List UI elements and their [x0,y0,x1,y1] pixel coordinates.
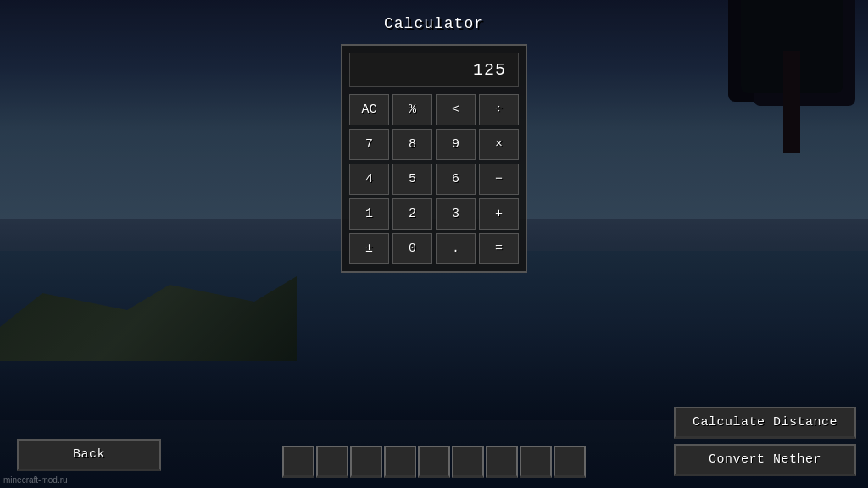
btn-9[interactable]: 9 [436,129,476,160]
btn-8[interactable]: 8 [392,129,432,160]
btn-divide[interactable]: ÷ [479,94,519,125]
hotbar-slot-2[interactable] [350,446,382,478]
hotbar-slot-8[interactable] [554,446,586,478]
btn-plus[interactable]: + [479,198,519,230]
btn-plusminus[interactable]: ± [349,233,389,264]
calculator-title: Calculator [384,15,484,32]
hotbar [282,446,586,478]
btn-1[interactable]: 1 [349,198,389,230]
btn-ac[interactable]: AC [349,94,389,125]
back-button[interactable]: Back [17,439,161,471]
btn-2[interactable]: 2 [392,198,432,230]
btn-multiply[interactable]: × [479,129,519,160]
hotbar-slot-6[interactable] [486,446,518,478]
calc-display: 125 [349,53,519,87]
convert-nether-button[interactable]: Convert Nether [674,444,856,476]
btn-6[interactable]: 6 [436,164,476,195]
hotbar-slot-4[interactable] [418,446,450,478]
btn-7[interactable]: 7 [349,129,389,160]
btn-percent[interactable]: % [392,94,432,125]
btn-5[interactable]: 5 [392,164,432,195]
calculate-distance-button[interactable]: Calculate Distance [674,407,856,439]
btn-4[interactable]: 4 [349,164,389,195]
calc-button-grid: AC%<÷789×456−123+±0.= [349,94,519,264]
btn-backspace[interactable]: < [436,94,476,125]
hotbar-slot-3[interactable] [384,446,416,478]
btn-3[interactable]: 3 [436,198,476,230]
bottom-right-buttons: Calculate Distance Convert Nether [674,407,856,476]
btn-equals[interactable]: = [479,233,519,264]
calculator-panel: 125 AC%<÷789×456−123+±0.= [341,44,527,273]
back-button-container: Back [17,439,161,471]
hotbar-slot-7[interactable] [520,446,552,478]
btn-0[interactable]: 0 [392,233,432,264]
hotbar-slot-1[interactable] [316,446,348,478]
hotbar-slot-5[interactable] [452,446,484,478]
hotbar-slot-0[interactable] [282,446,314,478]
btn-dot[interactable]: . [436,233,476,264]
btn-minus[interactable]: − [479,164,519,195]
watermark: minecraft-mod.ru [3,475,68,485]
